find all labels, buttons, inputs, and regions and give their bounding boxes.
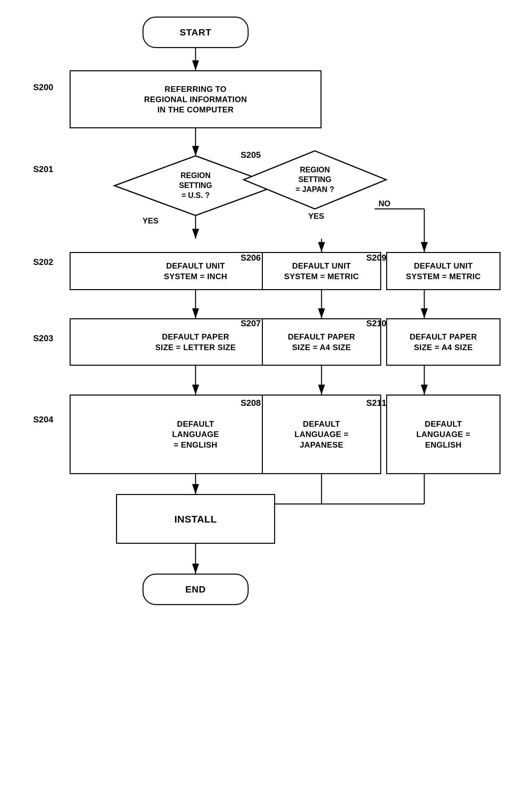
flowchart: START S200 REFERRING TO REGIONAL INFORMA… [0,0,532,809]
process-s210: DEFAULT PAPER SIZE = A4 SIZE [386,318,500,366]
process-s208: DEFAULT LANGUAGE = JAPANESE [262,395,381,474]
step-s202: S202 [33,257,53,267]
process-s200: REFERRING TO REGIONAL INFORMATION IN THE… [70,70,321,128]
end-terminal: END [143,573,249,605]
process-s211: DEFAULT LANGUAGE = ENGLISH [386,395,500,474]
step-s201: S201 [33,164,53,174]
process-install: INSTALL [116,494,275,544]
step-s207: S207 [241,318,261,329]
step-s204: S204 [33,414,53,425]
step-s211: S211 [366,398,387,408]
s205-yes-label: YES [308,211,324,221]
s205-no-label: NO [378,199,390,208]
decision-s205: REGION SETTING = JAPAN ? [242,149,388,210]
step-s206: S206 [241,253,261,263]
step-s203: S203 [33,333,53,344]
process-s207: DEFAULT PAPER SIZE = A4 SIZE [262,318,381,366]
svg-marker-23 [244,151,386,209]
step-s209: S209 [366,253,387,263]
process-s209: DEFAULT UNIT SYSTEM = METRIC [386,252,500,290]
process-s206: DEFAULT UNIT SYSTEM = METRIC [262,252,381,290]
step-s208: S208 [241,398,261,408]
s201-yes-label: YES [143,216,158,225]
step-s210: S210 [366,318,387,329]
start-terminal: START [143,17,249,48]
step-s200: S200 [33,82,53,92]
